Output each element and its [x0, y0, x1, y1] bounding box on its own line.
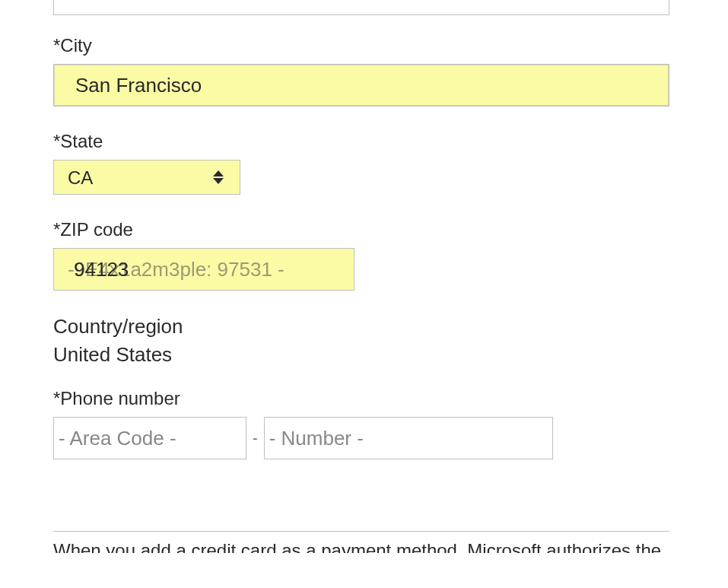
city-input[interactable]: [53, 64, 669, 106]
address-optional-input[interactable]: - Optional -: [53, 0, 669, 15]
footer-disclaimer: When you add a credit card as a payment …: [53, 538, 669, 553]
divider: [53, 531, 669, 532]
country-value: United States: [53, 343, 675, 367]
phone-label: *Phone number: [53, 388, 675, 409]
state-label: *State: [53, 131, 675, 152]
zip-input[interactable]: [53, 248, 354, 291]
phone-number-input[interactable]: [264, 417, 553, 459]
country-label: Country/region: [53, 315, 675, 338]
phone-dash: -: [253, 430, 258, 447]
city-label: *City: [53, 35, 675, 56]
phone-area-input[interactable]: [53, 417, 246, 459]
zip-label: *ZIP code: [53, 219, 675, 240]
state-select[interactable]: CA: [53, 160, 240, 195]
